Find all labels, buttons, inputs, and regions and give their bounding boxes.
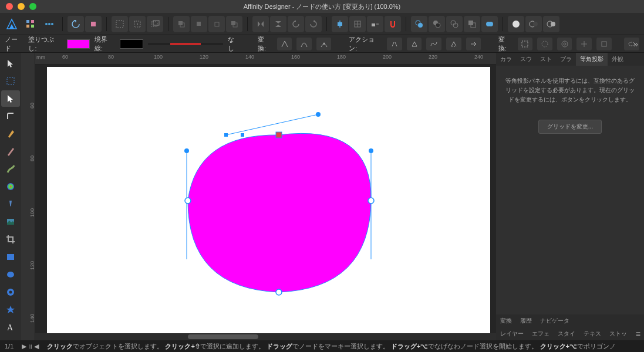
fullscreen-window-button[interactable] (29, 3, 36, 10)
play-controls[interactable]: ▶ ॥ ◀ (22, 343, 39, 350)
subtract-op-button[interactable] (429, 16, 445, 32)
cycle-select-button[interactable] (596, 38, 612, 50)
panel-tab-4[interactable]: 等角投影 (576, 53, 608, 66)
move-backward-button[interactable] (191, 16, 207, 32)
svg-point-45 (562, 41, 568, 47)
status-bar: 1/1 ▶ ॥ ◀ クリックでオブジェクトを選択します。 クリック+⇧で選択に追… (0, 340, 644, 352)
pencil-tool[interactable] (1, 143, 20, 160)
panel-tab-3[interactable]: テキス (579, 327, 605, 340)
canvas[interactable] (35, 65, 496, 333)
snap-button[interactable] (385, 16, 401, 32)
select-layers-button[interactable] (147, 16, 163, 32)
panel-tab-1[interactable]: スウ (516, 53, 536, 66)
rotate-ccw-button[interactable] (288, 16, 304, 32)
ellipse-tool[interactable] (1, 266, 20, 283)
panel-menu-button[interactable]: ≡ (632, 329, 644, 339)
stroke-width-label[interactable]: なし (228, 35, 241, 53)
persona-designer-icon[interactable] (22, 16, 39, 32)
convert-smooth-button[interactable] (296, 38, 312, 50)
image-tool[interactable] (1, 214, 20, 230)
svg-rect-3 (31, 25, 34, 28)
defaults-button[interactable] (85, 16, 102, 32)
transform-mode-1-button[interactable] (518, 38, 533, 50)
panel-tab-1[interactable]: エフェ (528, 327, 554, 340)
panel-tab-2[interactable]: スト (536, 53, 556, 66)
move-front-button[interactable] (226, 16, 242, 32)
reverse-button[interactable] (466, 38, 481, 50)
svg-rect-42 (522, 41, 528, 47)
change-grid-button[interactable]: グリッドを変更... (538, 120, 602, 134)
pen-tool[interactable] (1, 126, 20, 142)
transform-mode-2-button[interactable] (537, 38, 552, 50)
transform-origin-button[interactable] (576, 38, 592, 50)
persona-pixel-icon[interactable] (41, 16, 58, 32)
glass-tool[interactable] (1, 196, 20, 212)
close-window-button[interactable] (6, 3, 13, 10)
text-tool[interactable]: A (1, 319, 20, 336)
move-back-button[interactable] (173, 16, 190, 32)
lock-insert-button[interactable] (367, 16, 383, 32)
convert-sharp-button[interactable] (277, 38, 292, 50)
panel-tabs-top: カラスウストブラ等角投影外観 (496, 53, 644, 66)
context-overflow-button[interactable]: » (633, 39, 638, 49)
flip-v-button[interactable] (270, 16, 286, 32)
add-op-button[interactable] (411, 16, 427, 32)
panel-tab-2[interactable]: スタイ (554, 327, 579, 340)
horizontal-scrollbar[interactable] (35, 333, 496, 340)
app-icon[interactable] (4, 16, 20, 32)
panel-tab-2[interactable]: ナビゲータ (536, 314, 574, 327)
star-tool[interactable] (1, 302, 20, 318)
svg-rect-53 (7, 254, 14, 260)
geom-xor-button[interactable] (543, 16, 559, 32)
close-curve-button[interactable] (407, 38, 422, 50)
panel-tab-3[interactable]: ブラ (556, 53, 576, 66)
panel-tab-4[interactable]: ストッ (605, 327, 631, 340)
intersect-op-button[interactable] (446, 16, 463, 32)
svg-rect-12 (153, 21, 159, 25)
panel-tab-0[interactable]: 変換 (496, 314, 516, 327)
sync-button[interactable] (68, 16, 84, 32)
fill-tool[interactable] (1, 178, 20, 195)
panel-tab-1[interactable]: 履歴 (516, 314, 536, 327)
rotate-cw-button[interactable] (305, 16, 322, 32)
select-all-button[interactable] (112, 16, 128, 32)
divide-op-button[interactable] (464, 16, 480, 32)
flip-h-button[interactable] (252, 16, 269, 32)
panel-tab-0[interactable]: カラ (496, 53, 516, 66)
distribute-button[interactable] (349, 16, 366, 32)
geom-sub-button[interactable] (525, 16, 542, 32)
marquee-tool[interactable] (1, 73, 20, 89)
stroke-preview[interactable] (148, 43, 223, 45)
minimize-window-button[interactable] (18, 3, 25, 10)
donut-tool[interactable] (1, 284, 20, 300)
svg-point-43 (542, 41, 548, 47)
panel-tab-5[interactable]: 外観 (608, 53, 628, 66)
svg-rect-50 (7, 77, 14, 84)
break-button[interactable] (387, 38, 402, 50)
node-tool[interactable] (1, 90, 20, 107)
ruler-horizontal: mm 6080100120140160180200220240 (35, 53, 496, 65)
join-curves-button[interactable] (446, 38, 461, 50)
brush-tool[interactable] (1, 161, 20, 177)
panel-tabs-mid: 変換履歴ナビゲータ (496, 314, 644, 327)
svg-point-6 (51, 23, 53, 25)
geom-add-button[interactable] (508, 16, 524, 32)
fill-swatch[interactable] (67, 39, 90, 49)
tools-palette: A (0, 53, 21, 340)
select-pixels-button[interactable] (129, 16, 146, 32)
panel-tab-0[interactable]: レイヤー (496, 327, 528, 340)
move-forward-button[interactable] (208, 16, 225, 32)
smooth-curve-button[interactable] (426, 38, 441, 50)
corner-tool[interactable] (1, 108, 20, 124)
rect-tool[interactable] (1, 249, 20, 265)
svg-rect-18 (231, 21, 235, 25)
convert-smart-button[interactable] (316, 38, 332, 50)
svg-point-4 (45, 23, 48, 25)
show-handles-button[interactable] (557, 38, 572, 50)
crop-tool[interactable] (1, 231, 20, 248)
combine-op-button[interactable] (481, 16, 498, 32)
move-tool[interactable] (1, 55, 20, 72)
align-button[interactable] (332, 16, 348, 32)
svg-point-35 (512, 21, 520, 28)
stroke-swatch[interactable] (120, 39, 143, 49)
